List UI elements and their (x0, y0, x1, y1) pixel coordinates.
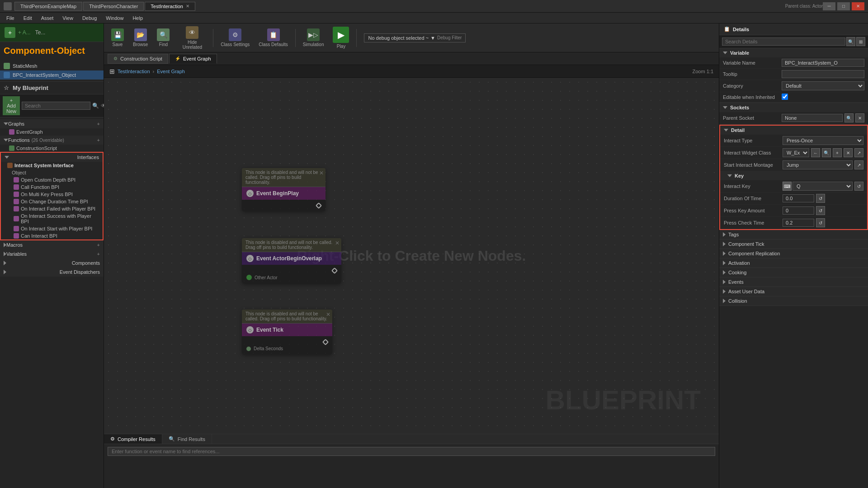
actor-overlap-node[interactable]: This node is disabled and will not be ca… (242, 238, 341, 284)
graphs-section-header[interactable]: Graphs + (0, 119, 104, 128)
variable-name-input[interactable] (782, 59, 864, 67)
class-settings-button[interactable]: ⚙ Class Settings (217, 27, 253, 49)
open-custom-depth-item[interactable]: Open Custom Depth BPI (1, 176, 103, 183)
detail-section-header[interactable]: Detail (720, 126, 867, 135)
maximize-button[interactable]: □ (837, 2, 850, 10)
breadcrumb-test-interaction[interactable]: TestInteraction (118, 69, 150, 74)
functions-section-header[interactable]: Functions (26 Overridable) + (0, 136, 104, 145)
search-input[interactable] (22, 102, 90, 110)
parent-socket-input[interactable] (782, 114, 843, 122)
simulation-button[interactable]: ▶▷ Simulation (299, 27, 328, 49)
search-icon[interactable]: 🔍 (92, 103, 99, 109)
close-window-button[interactable]: ✕ (852, 2, 864, 10)
category-select[interactable]: Default (782, 81, 864, 90)
variables-section-header[interactable]: Variables + (0, 249, 104, 258)
menu-asset[interactable]: Asset (37, 14, 58, 22)
widget-class-add-btn[interactable]: + (833, 148, 842, 157)
interact-system-interface-item[interactable]: Interact System Interface (1, 162, 103, 169)
details-search-input[interactable] (722, 38, 845, 46)
compiler-results-tab[interactable]: ⚙ Compiler Results (104, 434, 162, 444)
tab-third-person-map[interactable]: ThirdPersonExampleMap (14, 2, 82, 11)
press-check-time-input[interactable] (783, 219, 814, 227)
interact-failed-item[interactable]: On Interact Failed with Player BPI (1, 205, 103, 212)
interfaces-section-header[interactable]: Interfaces (1, 153, 103, 162)
menu-window[interactable]: Window (101, 14, 128, 22)
duration-of-time-input[interactable] (783, 194, 814, 202)
menu-help[interactable]: Help (128, 14, 147, 22)
collapsible-header-3[interactable]: Activation (719, 258, 868, 267)
menu-debug[interactable]: Debug (78, 14, 101, 22)
event-tick-node[interactable]: This node is disabled and will not be ca… (242, 310, 332, 355)
interact-widget-class-select[interactable]: W_ExamplePressOnce (783, 148, 809, 157)
tab-test-interaction[interactable]: TestInteraction ✕ (145, 2, 195, 11)
montage-open-btn[interactable]: ↗ (854, 160, 863, 169)
components-section-header[interactable]: Components (0, 258, 104, 267)
class-defaults-button[interactable]: 📋 Class Defaults (255, 27, 291, 49)
begin-play-close-icon[interactable]: ✕ (319, 170, 324, 176)
tab-third-person-character[interactable]: ThirdPersonCharacter (83, 2, 144, 11)
event-tick-close-icon[interactable]: ✕ (326, 311, 330, 318)
details-grid-button[interactable]: ⊞ (856, 37, 865, 46)
interact-type-select[interactable]: Press-Once Hold (783, 136, 863, 145)
collapsible-header-5[interactable]: Events (719, 277, 868, 286)
menu-edit[interactable]: Edit (19, 14, 37, 22)
close-tab-icon[interactable]: ✕ (186, 4, 189, 9)
interact-success-item[interactable]: On Interact Success with Player BPI (1, 212, 103, 225)
construction-script-tab[interactable]: ⚙ Construction Script (108, 54, 168, 64)
widget-class-back-btn[interactable]: ← (811, 148, 820, 157)
duration-of-time-btn[interactable]: ↺ (816, 194, 825, 203)
details-search-button[interactable]: 🔍 (846, 37, 855, 46)
press-key-amount-btn[interactable]: ↺ (816, 206, 825, 215)
find-results-tab[interactable]: 🔍 Find Results (162, 434, 212, 444)
menu-file[interactable]: File (2, 14, 19, 22)
collapsible-header-0[interactable]: Tags (719, 230, 868, 239)
event-begin-play-node[interactable]: This node is disabled and will not be ca… (242, 168, 326, 211)
call-function-item[interactable]: Call Function BPI (1, 183, 103, 191)
debug-filter-dropdown[interactable]: No debug object selected ~ ▼ Debug Filte… (364, 33, 466, 42)
collapsible-header-7[interactable]: Collision (719, 296, 868, 305)
press-check-time-btn[interactable]: ↺ (816, 218, 825, 227)
find-references-input[interactable] (108, 447, 715, 456)
widget-class-open-btn[interactable]: ↗ (854, 148, 863, 157)
graphs-add-icon[interactable]: + (97, 121, 100, 127)
component-static-mesh[interactable]: StaticMesh (0, 61, 104, 70)
macros-section-header[interactable]: Macros + (0, 240, 104, 249)
actor-overlap-close-icon[interactable]: ✕ (335, 240, 340, 246)
interact-start-item[interactable]: On Interact Start with Player BPI (1, 225, 103, 232)
event-graph-item[interactable]: EventGraph (0, 128, 104, 136)
collapsible-header-4[interactable]: Cooking (719, 268, 868, 277)
editable-inherited-checkbox[interactable] (782, 94, 788, 100)
parent-socket-clear-btn[interactable]: ✕ (855, 113, 864, 122)
save-button[interactable]: 💾 Save (108, 27, 127, 49)
can-interact-item[interactable]: Can Interact BPI (1, 232, 103, 239)
variable-section-header[interactable]: Variable (719, 48, 868, 57)
interact-key-clear-btn[interactable]: ↺ (854, 182, 863, 191)
play-button[interactable]: ▶ Play (329, 25, 353, 51)
graph-canvas[interactable]: Right-Click to Create New Nodes. BLUEPRI… (104, 78, 719, 434)
object-item[interactable]: Object (1, 169, 103, 176)
change-duration-time-item[interactable]: On Change Duration Time BPI (1, 198, 103, 205)
widget-class-clear-btn[interactable]: ✕ (844, 148, 853, 157)
menu-view[interactable]: View (58, 14, 78, 22)
browse-button[interactable]: 📂 Browse (129, 27, 151, 49)
tooltip-input[interactable] (782, 70, 864, 78)
start-interact-montage-select[interactable]: Jump (783, 160, 853, 169)
interact-key-select[interactable]: Q (793, 182, 853, 191)
widget-class-search-btn[interactable]: 🔍 (822, 148, 831, 157)
find-button[interactable]: 🔍 Find (153, 27, 173, 49)
collapsible-header-1[interactable]: Component Tick (719, 239, 868, 249)
minimize-button[interactable]: ─ (823, 2, 835, 10)
collapsible-header-6[interactable]: Asset User Data (719, 287, 868, 296)
collapsible-header-2[interactable]: Component Replication (719, 249, 868, 258)
functions-add-icon[interactable]: + (97, 137, 100, 143)
sockets-section-header[interactable]: Sockets (719, 103, 868, 112)
hide-unrelated-button[interactable]: 👁 Hide Unrelated (175, 24, 209, 52)
parent-socket-search-btn[interactable]: 🔍 (844, 113, 854, 122)
press-key-amount-input[interactable] (783, 206, 814, 215)
variables-add-icon[interactable]: + (97, 251, 100, 257)
breadcrumb-event-graph[interactable]: Event Graph (157, 69, 185, 74)
event-dispatchers-section-header[interactable]: Event Dispatchers (0, 267, 104, 277)
event-graph-tab[interactable]: ⚡ Event Graph (169, 54, 217, 64)
construction-script-item[interactable]: ConstructionScript (0, 145, 104, 152)
macros-add-icon[interactable]: + (97, 242, 100, 248)
